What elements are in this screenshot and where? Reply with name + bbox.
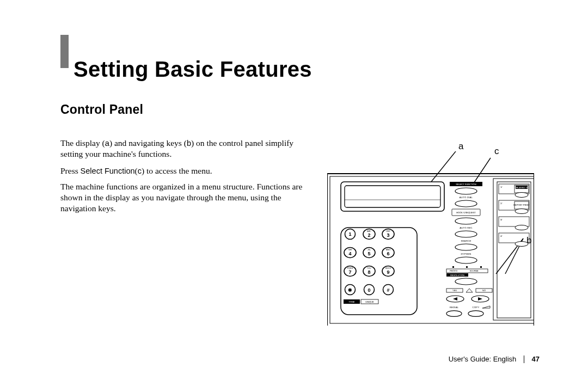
svg-text:YES: YES	[452, 289, 457, 292]
svg-point-58	[455, 244, 477, 250]
svg-text:HOOK V.REQUEST: HOOK V.REQUEST	[456, 211, 476, 214]
svg-text:7: 7	[348, 269, 351, 275]
svg-text:REPORT PRINT: REPORT PRINT	[513, 204, 530, 206]
chapter-title: Setting Basic Features	[74, 57, 312, 82]
svg-text:TUV: TUV	[367, 267, 371, 269]
svg-text:COPY: COPY	[473, 306, 480, 309]
svg-text:REDIAL: REDIAL	[450, 306, 459, 309]
svg-text:8: 8	[367, 269, 370, 275]
svg-text:4: 4	[348, 251, 351, 256]
svg-text:NO: NO	[482, 289, 486, 292]
svg-rect-63	[480, 266, 482, 268]
svg-text:AUTO REC: AUTO REC	[460, 226, 473, 229]
svg-text:ABC: ABC	[367, 230, 371, 232]
svg-text:PHOTO: PHOTO	[450, 269, 457, 272]
svg-text:4/: 4/	[500, 235, 503, 237]
function-buttons: SELECT FUNCTION AUTO DIAL HOOK V.REQUEST…	[446, 182, 492, 316]
svg-text:WXYZ: WXYZ	[385, 267, 391, 269]
svg-point-78	[446, 311, 462, 317]
svg-text:DELAYED TX: DELAYED TX	[515, 186, 529, 189]
svg-text:RESOLUTION: RESOLUTION	[450, 274, 464, 277]
svg-text:1/: 1/	[500, 186, 503, 188]
svg-text:UNIQUE: UNIQUE	[365, 301, 374, 303]
svg-text:HYPHEN: HYPHEN	[461, 253, 471, 255]
paragraph-3: The machine functions are organized in a…	[60, 181, 316, 213]
svg-text:2/: 2/	[500, 202, 503, 205]
svg-text:PQRS: PQRS	[347, 267, 353, 269]
paragraph-2: Press Select Function(c) to access the m…	[60, 166, 316, 176]
svg-text:SEARCH: SEARCH	[461, 240, 471, 242]
svg-rect-92	[499, 217, 529, 226]
svg-point-69	[455, 278, 477, 285]
svg-rect-95	[499, 233, 529, 243]
svg-rect-62	[466, 266, 468, 268]
paragraph-1: The display (a) and navigating keys (b) …	[60, 138, 316, 160]
svg-point-97	[515, 242, 528, 247]
section-title: Control Panel	[60, 102, 143, 117]
svg-point-54	[455, 218, 477, 224]
svg-text:SELECT  FUNCTION: SELECT FUNCTION	[456, 183, 476, 186]
svg-line-1	[473, 158, 491, 184]
svg-text:EX.FINE: EX.FINE	[470, 269, 479, 272]
svg-text:9: 9	[387, 269, 389, 275]
svg-point-56	[455, 231, 477, 237]
svg-text:AUTO DIAL: AUTO DIAL	[460, 196, 473, 199]
svg-point-51	[455, 200, 477, 207]
svg-text:TONE: TONE	[348, 301, 354, 303]
svg-point-49	[455, 188, 477, 194]
control-panel-illustration: 1 ABC 2 DEF 3 GHI 4	[327, 151, 534, 326]
svg-text:JKL: JKL	[367, 249, 371, 251]
keypad: 1 ABC 2 DEF 3 GHI 4	[344, 229, 394, 304]
footer-separator	[524, 356, 524, 363]
svg-text:MNO: MNO	[386, 249, 391, 251]
svg-text:5: 5	[367, 251, 370, 256]
svg-text:6: 6	[387, 251, 389, 256]
svg-point-60	[455, 257, 477, 263]
svg-point-86	[515, 193, 528, 198]
manual-page: Setting Basic Features Control Panel The…	[0, 0, 588, 380]
svg-point-91	[515, 209, 528, 214]
svg-text:3/: 3/	[500, 218, 503, 221]
svg-point-94	[515, 225, 528, 230]
svg-text:✱: ✱	[348, 287, 352, 293]
svg-point-79	[468, 311, 483, 317]
callout-a: a	[458, 141, 463, 152]
svg-rect-61	[452, 266, 454, 268]
page-number: 47	[532, 355, 540, 363]
footer-text: User's Guide: English	[449, 355, 517, 363]
svg-text:3: 3	[387, 232, 389, 238]
svg-rect-6	[493, 179, 534, 320]
svg-text:2: 2	[367, 232, 370, 238]
svg-rect-7	[341, 182, 444, 211]
svg-text:#: #	[387, 287, 389, 293]
svg-text:0: 0	[367, 287, 370, 293]
chapter-marker	[60, 35, 69, 68]
page-footer: User's Guide: English 47	[449, 355, 540, 363]
svg-text:DEF: DEF	[386, 230, 390, 232]
svg-text:1: 1	[348, 231, 351, 237]
svg-text:GHI: GHI	[348, 249, 352, 251]
